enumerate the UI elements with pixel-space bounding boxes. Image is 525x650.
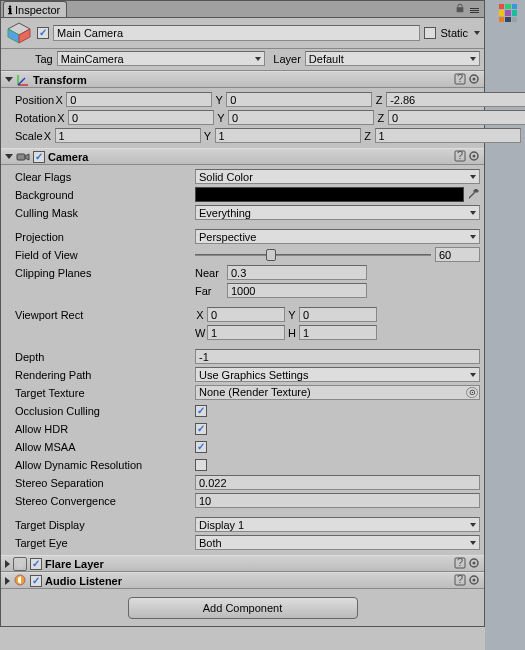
lock-icon[interactable]	[455, 3, 465, 17]
depth-label: Depth	[5, 351, 195, 363]
viewport-x-input[interactable]	[207, 307, 285, 322]
foldout-icon[interactable]	[5, 577, 10, 585]
camera-body: Clear Flags Solid Color Background Culli…	[1, 165, 484, 555]
depth-input[interactable]	[195, 349, 480, 364]
svg-text:?: ?	[457, 73, 463, 84]
active-checkbox[interactable]	[37, 27, 49, 39]
position-x-input[interactable]	[66, 92, 212, 107]
allow-msaa-checkbox[interactable]	[195, 441, 207, 453]
near-label: Near	[195, 267, 225, 279]
target-texture-field[interactable]: None (Render Texture)⊙	[195, 385, 480, 400]
flare-enabled-checkbox[interactable]	[30, 558, 42, 570]
stereo-conv-input[interactable]	[195, 493, 480, 508]
tab-bar: Inspector	[1, 1, 484, 18]
scale-x-input[interactable]	[55, 128, 201, 143]
transform-body: Position X Y Z Rotation X Y Z Scale X Y …	[1, 88, 484, 148]
target-display-dropdown[interactable]: Display 1	[195, 517, 480, 532]
position-z-input[interactable]	[386, 92, 525, 107]
axis-x-label: X	[54, 94, 64, 106]
stereo-sep-input[interactable]	[195, 475, 480, 490]
tag-value: MainCamera	[61, 53, 124, 65]
chevron-down-icon	[470, 373, 476, 377]
occlusion-checkbox[interactable]	[195, 405, 207, 417]
rendering-path-dropdown[interactable]: Use Graphics Settings	[195, 367, 480, 382]
help-icon[interactable]: ?	[454, 150, 466, 164]
clear-flags-label: Clear Flags	[5, 171, 195, 183]
culling-mask-label: Culling Mask	[5, 207, 195, 219]
gear-icon[interactable]	[468, 557, 480, 571]
component-title: Transform	[33, 74, 87, 86]
component-title: Audio Listener	[45, 575, 122, 587]
layout-grid-icon[interactable]	[499, 4, 517, 22]
culling-mask-dropdown[interactable]: Everything	[195, 205, 480, 220]
position-y-input[interactable]	[226, 92, 372, 107]
help-icon[interactable]: ?	[454, 557, 466, 571]
svg-point-15	[473, 154, 476, 157]
foldout-icon[interactable]	[5, 560, 10, 568]
far-input[interactable]	[227, 283, 367, 298]
rotation-z-input[interactable]	[388, 110, 525, 125]
gear-icon[interactable]	[468, 574, 480, 588]
allow-hdr-checkbox[interactable]	[195, 423, 207, 435]
component-header-camera[interactable]: Camera ?	[1, 148, 484, 165]
target-display-label: Target Display	[5, 519, 195, 531]
tag-dropdown[interactable]: MainCamera	[57, 51, 266, 66]
add-component-row: Add Component	[1, 589, 484, 627]
axis-z-label: Z	[374, 94, 384, 106]
svg-point-24	[473, 578, 476, 581]
clear-flags-dropdown[interactable]: Solid Color	[195, 169, 480, 184]
viewport-label: Viewport Rect	[5, 309, 195, 321]
gear-icon[interactable]	[468, 73, 480, 87]
camera-enabled-checkbox[interactable]	[33, 151, 45, 163]
near-input[interactable]	[227, 265, 367, 280]
foldout-icon[interactable]	[5, 154, 13, 159]
dynamic-res-checkbox[interactable]	[195, 459, 207, 471]
tab-inspector[interactable]: Inspector	[3, 1, 67, 17]
static-checkbox[interactable]	[424, 27, 436, 39]
help-icon[interactable]: ?	[454, 574, 466, 588]
viewport-h-input[interactable]	[299, 325, 377, 340]
svg-point-9	[473, 77, 476, 80]
layer-value: Default	[309, 53, 344, 65]
scale-label: Scale	[5, 130, 43, 142]
viewport-w-input[interactable]	[207, 325, 285, 340]
transform-icon	[16, 73, 30, 87]
background-color-field[interactable]	[195, 187, 464, 202]
axis-y-label: Y	[214, 94, 224, 106]
object-picker-icon[interactable]: ⊙	[466, 387, 478, 398]
scale-y-input[interactable]	[215, 128, 361, 143]
audio-enabled-checkbox[interactable]	[30, 575, 42, 587]
component-header-flare-layer[interactable]: Flare Layer ?	[1, 555, 484, 572]
target-eye-dropdown[interactable]: Both	[195, 535, 480, 550]
chevron-down-icon	[470, 523, 476, 527]
rotation-y-input[interactable]	[228, 110, 374, 125]
static-dropdown-caret[interactable]	[474, 31, 480, 35]
context-menu-icon[interactable]	[467, 3, 482, 17]
layer-label: Layer	[273, 53, 301, 65]
add-component-button[interactable]: Add Component	[128, 597, 358, 619]
viewport-y-input[interactable]	[299, 307, 377, 322]
svg-text:?: ?	[457, 150, 463, 161]
fov-input[interactable]	[435, 247, 480, 262]
allow-msaa-label: Allow MSAA	[5, 441, 195, 453]
eyedropper-icon[interactable]	[468, 188, 480, 202]
gear-icon[interactable]	[468, 150, 480, 164]
svg-rect-10	[17, 154, 25, 160]
dynamic-res-label: Allow Dynamic Resolution	[5, 459, 195, 471]
gameobject-name-input[interactable]	[53, 25, 420, 41]
rotation-x-input[interactable]	[68, 110, 214, 125]
component-header-transform[interactable]: Transform ?	[1, 71, 484, 88]
chevron-down-icon	[470, 211, 476, 215]
component-header-audio-listener[interactable]: Audio Listener ?	[1, 572, 484, 589]
help-icon[interactable]: ?	[454, 73, 466, 87]
fov-slider[interactable]	[195, 248, 431, 262]
rendering-path-label: Rendering Path	[5, 369, 195, 381]
allow-hdr-label: Allow HDR	[5, 423, 195, 435]
scale-z-input[interactable]	[375, 128, 521, 143]
svg-line-5	[18, 78, 25, 85]
gameobject-icon[interactable]	[5, 21, 33, 45]
chevron-down-icon	[470, 175, 476, 179]
projection-dropdown[interactable]: Perspective	[195, 229, 480, 244]
foldout-icon[interactable]	[5, 77, 13, 82]
layer-dropdown[interactable]: Default	[305, 51, 480, 66]
